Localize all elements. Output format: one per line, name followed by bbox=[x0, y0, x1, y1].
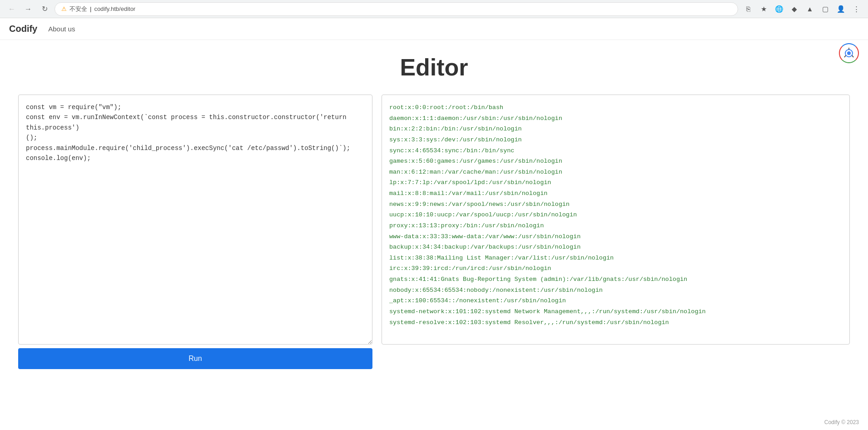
output-line: systemd-resolve:x:102:103:systemd Resolv… bbox=[389, 317, 842, 328]
output-line: sys:x:3:3:sys:/dev:/usr/sbin/nologin bbox=[389, 135, 842, 145]
main-content: Editor const vm = require("vm"); const e… bbox=[0, 40, 868, 396]
svg-line-4 bbox=[844, 55, 846, 57]
output-line: irc:x:39:39:ircd:/run/ircd:/usr/sbin/nol… bbox=[389, 263, 842, 274]
split-button[interactable]: ▢ bbox=[819, 3, 832, 15]
share-button[interactable]: ⎘ bbox=[742, 3, 754, 15]
output-line: bin:x:2:2:bin:/bin:/usr/sbin/nologin bbox=[389, 124, 842, 135]
output-line: nobody:x:65534:65534:nobody:/nonexistent… bbox=[389, 285, 842, 296]
output-line: news:x:9:9:news:/var/spool/news:/usr/sbi… bbox=[389, 199, 842, 210]
footer: Codify © 2023 bbox=[824, 419, 859, 425]
profile-button[interactable]: ▲ bbox=[804, 3, 816, 15]
chromium-logo bbox=[839, 43, 859, 63]
url-separator: | bbox=[90, 5, 91, 12]
code-editor[interactable]: const vm = require("vm"); const env = vm… bbox=[18, 95, 372, 345]
output-line: games:x:5:60:games:/usr/games:/usr/sbin/… bbox=[389, 156, 842, 167]
translate-button[interactable]: 🌐 bbox=[773, 3, 785, 15]
output-line: list:x:38:38:Mailing List Manager:/var/l… bbox=[389, 253, 842, 264]
svg-point-1 bbox=[847, 51, 851, 55]
output-line: proxy:x:13:13:proxy:/bin:/usr/sbin/nolog… bbox=[389, 220, 842, 231]
url-text: codify.htb/editor bbox=[94, 5, 135, 12]
page-title: Editor bbox=[18, 54, 850, 81]
reload-button[interactable]: ↻ bbox=[38, 3, 51, 15]
menu-button[interactable]: ⋮ bbox=[850, 3, 863, 15]
about-us-link[interactable]: About us bbox=[48, 25, 75, 33]
output-line: daemon:x:1:1:daemon:/usr/sbin:/usr/sbin/… bbox=[389, 113, 842, 124]
output-line: root:x:0:0:root:/root:/bin/bash bbox=[389, 102, 842, 113]
warning-label: 不安全 bbox=[69, 5, 87, 13]
chromium-svg bbox=[843, 47, 855, 60]
output-panel: root:x:0:0:root:/root:/bin/bashdaemon:x:… bbox=[382, 95, 850, 345]
code-editor-wrapper: const vm = require("vm"); const env = vm… bbox=[18, 95, 372, 369]
output-line: systemd-network:x:101:102:systemd Networ… bbox=[389, 306, 842, 317]
svg-line-3 bbox=[852, 55, 853, 57]
site-navigation: Codify About us bbox=[0, 18, 868, 40]
output-line: _apt:x:100:65534::/nonexistent:/usr/sbin… bbox=[389, 295, 842, 306]
output-line: www-data:x:33:33:www-data:/var/www:/usr/… bbox=[389, 231, 842, 242]
security-warning-icon: ⚠ bbox=[61, 5, 67, 12]
output-line: uucp:x:10:10:uucp:/var/spool/uucp:/usr/s… bbox=[389, 210, 842, 220]
browser-toolbar: ← → ↻ ⚠ 不安全 | codify.htb/editor ⎘ ★ 🌐 ◆ … bbox=[0, 0, 868, 18]
output-line: backup:x:34:34:backup:/var/backups:/usr/… bbox=[389, 242, 842, 253]
bookmark-button[interactable]: ★ bbox=[757, 3, 770, 15]
address-bar[interactable]: ⚠ 不安全 | codify.htb/editor bbox=[55, 2, 738, 16]
account-button[interactable]: 👤 bbox=[834, 3, 847, 15]
output-line: lp:x:7:7:lp:/var/spool/lpd:/usr/sbin/nol… bbox=[389, 177, 842, 188]
editor-layout: const vm = require("vm"); const env = vm… bbox=[18, 95, 850, 369]
output-line: mail:x:8:8:mail:/var/mail:/usr/sbin/nolo… bbox=[389, 188, 842, 199]
output-line: sync:x:4:65534:sync:/bin:/bin/sync bbox=[389, 145, 842, 156]
browser-action-buttons: ⎘ ★ 🌐 ◆ ▲ ▢ 👤 ⋮ bbox=[742, 3, 863, 15]
site-logo[interactable]: Codify bbox=[9, 24, 37, 34]
extension-button[interactable]: ◆ bbox=[788, 3, 801, 15]
output-line: man:x:6:12:man:/var/cache/man:/usr/sbin/… bbox=[389, 167, 842, 178]
output-line: gnats:x:41:41:Gnats Bug-Reporting System… bbox=[389, 274, 842, 285]
back-button[interactable]: ← bbox=[5, 3, 18, 15]
footer-text: Codify © 2023 bbox=[824, 419, 859, 425]
run-button[interactable]: Run bbox=[18, 348, 372, 369]
forward-button[interactable]: → bbox=[22, 3, 35, 15]
